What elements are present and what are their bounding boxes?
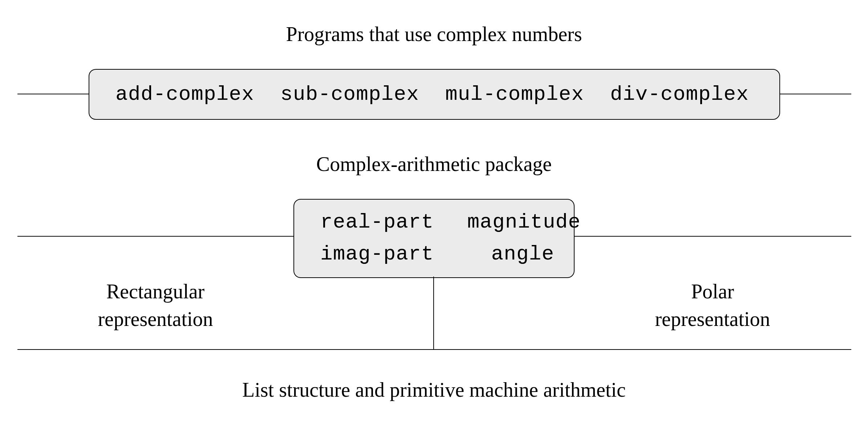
selector-magnitude: magnitude [467,211,581,234]
barrier-line-3 [17,349,851,350]
op-mul-complex: mul-complex [445,83,584,106]
rectangular-rep-line2: representation [98,308,213,330]
vertical-divider [433,277,434,349]
middle-layer-label: Complex-arithmetic package [0,152,868,176]
bottom-layer-label: List structure and primitive machine ari… [0,378,868,401]
selectors-row-1: real-part magnitude [320,211,581,234]
selector-imag-part: imag-part [320,242,434,266]
polar-rep-line2: representation [655,308,770,330]
barrier-line-2-right [574,236,851,237]
polar-rep-line1: Polar [691,280,734,303]
selectors-row-2: imag-part angle [320,242,554,266]
op-sub-complex: sub-complex [280,83,419,106]
arithmetic-ops-row: add-complex sub-complex mul-complex div-… [115,83,749,106]
polar-rep-label: Polar representation [574,278,851,333]
rectangular-rep-label: Rectangular representation [17,278,293,333]
op-div-complex: div-complex [610,83,749,106]
barrier-line-2-left [17,236,293,237]
op-add-complex: add-complex [115,83,254,106]
selector-angle: angle [491,242,555,266]
barrier-line-1-right [780,94,851,94]
selector-real-part: real-part [320,211,434,234]
top-layer-label: Programs that use complex numbers [0,23,868,46]
diagram-root: Programs that use complex numbers add-co… [0,0,868,429]
barrier-line-1-left [17,94,89,94]
arithmetic-ops-box: add-complex sub-complex mul-complex div-… [89,69,780,120]
selectors-box: real-part magnitude imag-part angle [293,199,575,278]
rectangular-rep-line1: Rectangular [106,280,205,303]
